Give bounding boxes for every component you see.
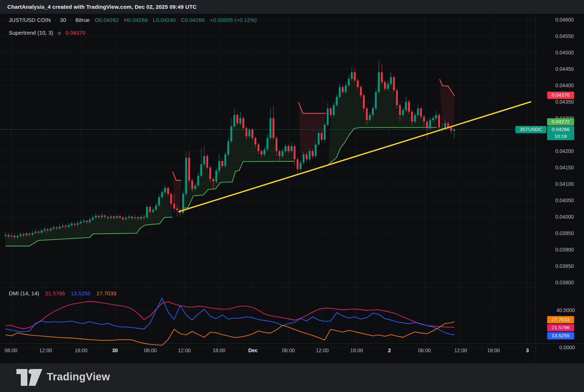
high-value: 0.04268 xyxy=(128,17,148,23)
candle-body xyxy=(242,118,244,128)
average-icon: ⌀ xyxy=(58,30,61,36)
candle-body xyxy=(32,233,34,235)
candle-body xyxy=(47,229,49,230)
dmi-axis-label: 0.0000 xyxy=(559,345,575,350)
low-value: 0.04240 xyxy=(156,17,176,23)
time-axis-label: 06:00 xyxy=(4,347,17,353)
dmi-plus-di-value: 13.5255 xyxy=(71,290,91,296)
candle-body xyxy=(71,224,73,225)
candle-body xyxy=(11,235,12,237)
tradingview-logo-icon[interactable] xyxy=(16,369,43,388)
candle-body xyxy=(381,72,383,82)
open-value: 0.04262 xyxy=(99,17,119,23)
candle-body xyxy=(134,217,136,218)
candle-body xyxy=(101,215,103,217)
candle-body xyxy=(152,210,154,212)
candle-body xyxy=(38,232,39,233)
dmi-minus-di-badge: 27.7033 xyxy=(547,316,574,323)
candle-body xyxy=(125,218,127,219)
candle-body xyxy=(197,176,199,186)
candle-body xyxy=(339,87,341,97)
dmi-adx-badge: 21.5796 xyxy=(547,324,574,331)
candle-body xyxy=(185,158,187,194)
supertrend-stop-badge: 0.04272 xyxy=(547,118,574,126)
candle-body xyxy=(306,154,308,160)
candle-body xyxy=(35,232,36,233)
dmi-axis-label: 40.0000 xyxy=(556,307,575,313)
candle-body xyxy=(62,226,64,227)
change-value: +0.00005 (+0.12%) xyxy=(210,17,257,23)
candle-body xyxy=(234,115,235,127)
candle-body xyxy=(122,218,124,219)
time-axis-day-label: 2 xyxy=(388,347,391,353)
indicator-value: 0.04370 xyxy=(65,30,85,36)
candle-body xyxy=(200,164,202,176)
candle-body xyxy=(206,156,208,168)
candle-body xyxy=(435,115,437,118)
candle-body xyxy=(276,138,277,151)
candle-body xyxy=(360,87,362,96)
candle-body xyxy=(26,234,27,235)
candle-body xyxy=(65,226,67,227)
time-axis-label: 06:00 xyxy=(144,347,157,353)
time-axis-label: 12:00 xyxy=(178,347,191,353)
candle-body xyxy=(288,146,289,151)
candle-body xyxy=(230,127,232,142)
dmi-adx-line xyxy=(5,301,454,329)
interval-label: 30 xyxy=(60,17,66,23)
candle-body xyxy=(218,161,220,171)
candle-body xyxy=(143,217,145,218)
candle-body xyxy=(56,227,58,228)
price-axis-label: 0.04100 xyxy=(555,181,574,187)
candle-body xyxy=(309,151,311,160)
price-axis-label: 0.03900 xyxy=(555,247,574,253)
candle-body xyxy=(342,87,344,92)
candle-body xyxy=(318,133,320,145)
time-axis-label: 06:00 xyxy=(282,347,295,353)
time-axis-day-label: Dec xyxy=(248,347,258,353)
dmi-plus-di-badge: 13.5255 xyxy=(547,332,574,339)
candle-body xyxy=(396,91,398,105)
price-axis-label: 0.03950 xyxy=(555,230,574,236)
candle-body xyxy=(333,105,335,115)
candle-body xyxy=(411,112,413,122)
candle-body xyxy=(429,120,431,128)
indicator-legend: Supertrend (10, 3) ⌀ 0.04370 xyxy=(9,30,85,36)
price-axis-label: 0.03850 xyxy=(555,263,574,269)
candle-body xyxy=(390,77,392,84)
candle-body xyxy=(107,217,109,218)
candle-body xyxy=(158,197,160,205)
candle-body xyxy=(77,223,79,225)
high-label: H xyxy=(124,17,128,23)
candle-body xyxy=(222,161,223,166)
price-axis-label: 0.04200 xyxy=(555,148,574,154)
candle-body xyxy=(273,118,274,138)
legend-separator: · xyxy=(54,17,56,23)
candle-body xyxy=(303,154,304,163)
candle-body xyxy=(282,151,284,156)
price-axis-label: 0.04000 xyxy=(555,214,574,220)
candle-body xyxy=(104,215,106,217)
candle-body xyxy=(113,216,115,218)
candle-body xyxy=(239,118,241,123)
candle-body xyxy=(80,222,82,223)
chart-canvas[interactable] xyxy=(0,0,584,392)
candle-body xyxy=(285,146,287,151)
candle-body xyxy=(167,188,169,194)
candle-body xyxy=(161,192,163,197)
time-axis-day-label: 3 xyxy=(526,347,529,353)
candle-body xyxy=(212,179,214,181)
candle-body xyxy=(137,217,139,219)
candle-body xyxy=(29,234,31,235)
candle-body xyxy=(402,110,404,115)
time-axis-label: 12:00 xyxy=(39,347,52,353)
candle-body xyxy=(354,72,356,81)
candle-body xyxy=(191,181,193,189)
candle-body xyxy=(450,127,452,131)
candle-body xyxy=(44,229,46,231)
dmi-plus_di-line xyxy=(5,298,454,335)
candle-body xyxy=(278,151,280,156)
tradingview-brand-name[interactable]: TradingView xyxy=(47,371,110,383)
candle-body xyxy=(378,72,380,92)
candle-body xyxy=(266,138,268,150)
